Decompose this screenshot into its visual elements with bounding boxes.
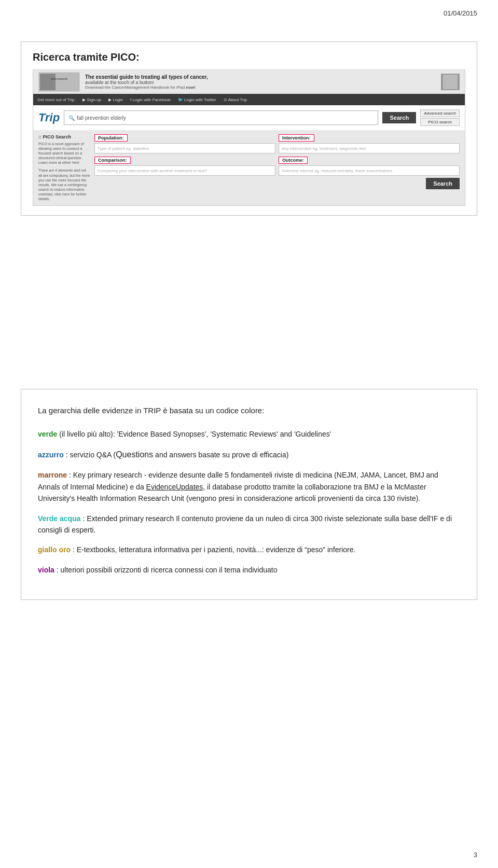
top-card: Ricerca tramite PICO: internetwork The e… [21,41,477,216]
nav-facebook[interactable]: f Login with Facebook [130,97,171,102]
label-giallo: giallo oro [38,545,71,554]
entry-verde-acqua: Verde acqua : Extended primary research … [38,513,460,536]
pico-fields-area: Population: Type of patient eg. diabetic… [94,134,460,201]
text-azzurro-post: and answers basate su prove di efficacia… [153,451,288,459]
label-marrone: marrone [38,471,67,479]
trip-banner: internetwork The essential guide to trea… [33,70,465,94]
nav-about[interactable]: ⊙ About Trip [224,97,247,102]
entry-verde: verde (il livello più alto): 'Evidence B… [38,428,460,440]
trip-search-button[interactable]: Search [382,112,416,123]
page-number: 3 [474,851,477,859]
pico-outcome-label: Outcome: [279,157,308,164]
pico-search-button[interactable]: PICO search [420,118,460,126]
pico-section: :: PICO Search PICO is a novel approach … [33,130,465,205]
pico-sidebar: :: PICO Search PICO is a novel approach … [38,134,90,201]
label-verde: verde [38,430,57,438]
pico-intervention-label: Intervention: [279,134,314,142]
pico-population-label: Population: [94,134,128,142]
pico-fields-grid: Population: Type of patient eg. diabetic… [94,134,460,176]
pico-comparison-label: Comparison: [94,157,131,164]
pico-sidebar-title: :: PICO Search [38,134,90,139]
text-azzurro-pre: : servizio Q&A ( [66,451,116,459]
pico-intervention-group: Intervention: Any intervention eg. treat… [279,134,460,153]
search-icon: 🔍 [68,115,75,121]
pico-intervention-placeholder: Any intervention eg. treatment, diagnost… [282,146,366,151]
trip-logo: Trip [38,111,60,124]
evidence-updates-link[interactable]: EvidenceUpdates [146,483,203,491]
nav-get-more: Get more out of Trip: [37,97,75,102]
nav-login[interactable]: ▶ Login [108,97,123,102]
hierarchy-title: La gerarchia delle evidenze in TRIP è ba… [38,405,460,417]
advanced-search-button[interactable]: Advanced search [420,109,460,117]
pico-sidebar-desc2: There are 4 elements and not all are com… [38,168,90,201]
text-verde: (il livello più alto): 'Evidence Based S… [59,430,331,438]
trip-search-bar: Trip 🔍 fall prevention elderly Search Ad… [33,105,465,130]
pico-population-group: Population: Type of patient eg. diabetic… [94,134,275,153]
svg-rect-4 [443,75,458,89]
nav-signup[interactable]: ▶ Sign-up [82,97,101,102]
label-azzurro: azzurro [38,451,64,459]
search-input-value: fall prevention elderly [77,115,126,121]
trip-banner-image: internetwork [38,72,80,92]
text-viola: : ulteriori possibili orizzonti di ricer… [57,566,278,574]
bottom-card: La gerarchia delle evidenze in TRIP è ba… [21,389,477,600]
entry-marrone: marrone : Key primary research - evidenz… [38,469,460,504]
pico-population-placeholder: Type of patient eg. diabetics [98,146,149,151]
svg-rect-1 [40,74,56,90]
nav-twitter[interactable]: 🐦 Login with Twitter [178,97,216,102]
text-giallo: : E-textbooks, letteratura informativa p… [73,545,356,554]
text-verde-acqua: : Extended primary research Il contenuto… [38,514,452,534]
trip-search-input[interactable]: 🔍 fall prevention elderly [64,110,378,125]
trip-mockup: internetwork The essential guide to trea… [33,69,465,206]
pico-population-input[interactable]: Type of patient eg. diabetics [94,143,275,153]
pico-sidebar-desc1: PICO is a novel approach of allowing use… [38,142,90,165]
entry-viola: viola : ulteriori possibili orizzonti di… [38,564,460,576]
entry-azzurro: azzurro : servizio Q&A (Questions and an… [38,448,460,461]
label-verde-acqua: Verde acqua [38,514,81,523]
trip-side-buttons: Advanced search PICO search [420,109,460,126]
pico-outcome-input[interactable]: Outcome interest eg. reduced mortality, … [279,165,460,176]
pico-outcome-placeholder: Outcome interest eg. reduced mortality, … [282,169,392,173]
pico-comparison-group: Comparison: Comparing your intervention … [94,157,275,176]
trip-banner-text: The essential guide to treating all type… [85,74,436,90]
pico-title: Ricerca tramite PICO: [21,42,477,69]
pico-outcome-group: Outcome: Outcome interest eg. reduced mo… [279,157,460,176]
pico-comparison-placeholder: Comparing your intervention with another… [98,169,207,173]
pico-intervention-input[interactable]: Any intervention eg. treatment, diagnost… [279,143,460,153]
pico-search-submit[interactable]: Search [426,178,460,189]
page-date: 01/04/2015 [444,9,477,17]
label-viola: viola [38,566,54,574]
svg-text:internetwork: internetwork [51,77,68,80]
pico-comparison-input[interactable]: Comparing your intervention with another… [94,165,275,176]
trip-banner-book [441,74,460,90]
trip-nav: Get more out of Trip: ▶ Sign-up ▶ Login … [33,94,465,105]
pico-search-row: Search [94,178,460,189]
entry-giallo: giallo oro : E-textbooks, letteratura in… [38,544,460,555]
text-questions: Questions [116,450,153,459]
